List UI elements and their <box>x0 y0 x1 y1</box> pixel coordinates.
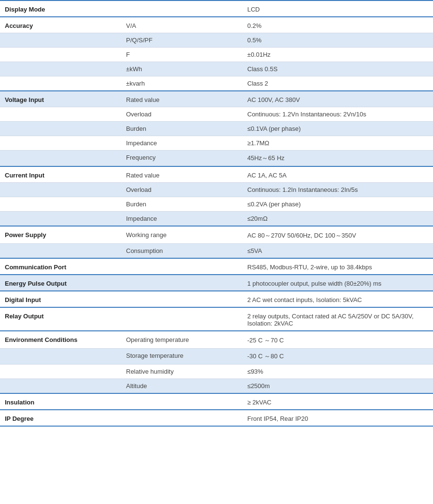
spec-value: Continuous: 1.2In Instantaneous: 2In/5s <box>242 183 433 197</box>
sub-label <box>121 258 242 275</box>
spec-value: ≤0.2VA (per phase) <box>242 197 433 212</box>
spec-value: Class 0.5S <box>242 62 433 76</box>
section-label <box>0 48 121 62</box>
spec-table: Display ModeLCDAccuracyV/A0.2%P/Q/S/PF0.… <box>0 0 433 427</box>
section-label: Energy Pulse Output <box>0 275 121 291</box>
spec-value: 1 photocoupler output, pulse width (80±2… <box>242 275 433 291</box>
sub-label: Rated value <box>121 91 242 107</box>
spec-value: ≤93% <box>242 365 433 379</box>
section-label: Insulation <box>0 393 121 410</box>
section-label <box>0 62 121 76</box>
section-label <box>0 151 121 167</box>
spec-value: Continuous: 1.2Vn Instantaneous: 2Vn/10s <box>242 107 433 122</box>
section-label <box>0 122 121 136</box>
spec-value: 2 relay outputs, Contact rated at AC 5A/… <box>242 307 433 331</box>
spec-value: 0.5% <box>242 33 433 48</box>
sub-label: Altitude <box>121 379 242 394</box>
section-label <box>0 365 121 379</box>
section-label <box>0 349 121 365</box>
spec-value: ≤0.1VA (per phase) <box>242 122 433 136</box>
section-label <box>0 244 121 259</box>
section-label <box>0 33 121 48</box>
section-label <box>0 379 121 394</box>
section-label: Accuracy <box>0 17 121 33</box>
section-label: Digital Input <box>0 291 121 307</box>
sub-label: Storage temperature <box>121 349 242 365</box>
sub-label <box>121 307 242 331</box>
sub-label: Impedance <box>121 212 242 227</box>
sub-label <box>121 291 242 307</box>
sub-label: P/Q/S/PF <box>121 33 242 48</box>
spec-value: ±0.01Hz <box>242 48 433 62</box>
section-label <box>0 197 121 212</box>
sub-label <box>121 275 242 291</box>
sub-label: Overload <box>121 107 242 122</box>
sub-label: Frequency <box>121 151 242 167</box>
section-label <box>0 136 121 151</box>
section-label: Voltage Input <box>0 91 121 107</box>
sub-label <box>121 0 242 17</box>
spec-value: ≥ 2kVAC <box>242 393 433 410</box>
sub-label <box>121 393 242 410</box>
spec-value: -25 C ～70 C <box>242 331 433 349</box>
sub-label: Burden <box>121 197 242 212</box>
section-label: Display Mode <box>0 0 121 17</box>
spec-value: Class 2 <box>242 76 433 91</box>
sub-label: Operating temperature <box>121 331 242 349</box>
sub-label: Consumption <box>121 244 242 259</box>
spec-value: ≥1.7MΩ <box>242 136 433 151</box>
section-label <box>0 76 121 91</box>
spec-value: AC 1A, AC 5A <box>242 166 433 183</box>
section-label: Current Input <box>0 166 121 183</box>
sub-label: Rated value <box>121 166 242 183</box>
sub-label: Burden <box>121 122 242 136</box>
sub-label <box>121 410 242 426</box>
spec-value: -30 C ～80 C <box>242 349 433 365</box>
sub-label: V/A <box>121 17 242 33</box>
spec-value: 45Hz～65 Hz <box>242 151 433 167</box>
spec-value: 0.2% <box>242 17 433 33</box>
sub-label: Working range <box>121 226 242 244</box>
spec-value: ≤2500m <box>242 379 433 394</box>
section-label: IP Degree <box>0 410 121 426</box>
section-label: Communication Port <box>0 258 121 275</box>
spec-value: 2 AC wet contact inputs, Isolation: 5kVA… <box>242 291 433 307</box>
section-label: Environment Conditions <box>0 331 121 349</box>
sub-label: ±kvarh <box>121 76 242 91</box>
spec-value: Front IP54, Rear IP20 <box>242 410 433 426</box>
sub-label: F <box>121 48 242 62</box>
spec-value: RS485, Modbus-RTU, 2-wire, up to 38.4kbp… <box>242 258 433 275</box>
spec-value: ≤5VA <box>242 244 433 259</box>
sub-label: ±kWh <box>121 62 242 76</box>
sub-label: Overload <box>121 183 242 197</box>
spec-value: LCD <box>242 0 433 17</box>
section-label <box>0 183 121 197</box>
section-label <box>0 212 121 227</box>
section-label: Relay Output <box>0 307 121 331</box>
spec-value: AC 100V, AC 380V <box>242 91 433 107</box>
sub-label: Relative humidity <box>121 365 242 379</box>
section-label <box>0 107 121 122</box>
sub-label: Impedance <box>121 136 242 151</box>
section-label: Power Supply <box>0 226 121 244</box>
spec-value: AC 80～270V 50/60Hz, DC 100～350V <box>242 226 433 244</box>
spec-value: ≤20mΩ <box>242 212 433 227</box>
